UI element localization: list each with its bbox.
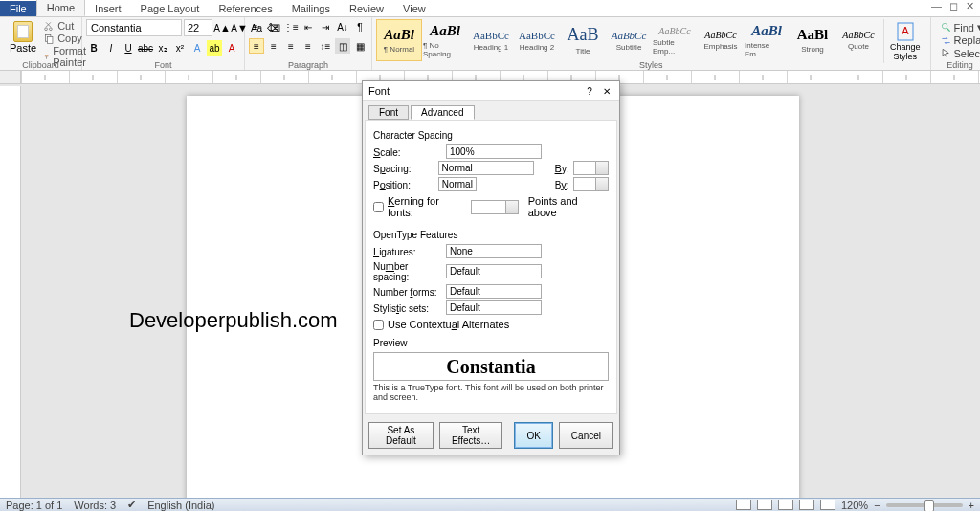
tab-view[interactable]: View xyxy=(393,1,435,16)
number-spacing-label: Number spacing: xyxy=(373,260,442,282)
zoom-slider[interactable] xyxy=(886,503,963,507)
text-effects-button[interactable]: A xyxy=(189,40,205,56)
grow-font-button[interactable]: A▲ xyxy=(214,20,230,35)
window-restore-icon[interactable]: ◻ xyxy=(947,0,960,12)
copy-icon xyxy=(44,33,55,44)
kerning-checkbox[interactable] xyxy=(373,202,384,212)
italic-button[interactable]: I xyxy=(103,40,119,56)
view-fullscreen-button[interactable] xyxy=(757,500,772,510)
subscript-button[interactable]: x₂ xyxy=(155,40,170,56)
style-subtitle[interactable]: AaBbCcSubtitle xyxy=(606,19,652,61)
set-default-button[interactable]: Set As Default xyxy=(368,422,434,449)
dialog-close-button[interactable]: ✕ xyxy=(600,84,613,98)
show-marks-button[interactable]: ¶ xyxy=(352,19,368,34)
status-page[interactable]: Page: 1 of 1 xyxy=(6,500,62,511)
text-effects-dialog-button[interactable]: Text Effects… xyxy=(439,422,503,449)
window-minimize-icon[interactable]: — xyxy=(929,0,944,12)
tab-mailings[interactable]: Mailings xyxy=(282,1,340,16)
style-heading1[interactable]: AaBbCcHeading 1 xyxy=(468,19,514,61)
style-strong[interactable]: AaBlStrong xyxy=(790,19,835,61)
underline-button[interactable]: U xyxy=(121,40,136,56)
strikethrough-button[interactable]: abc xyxy=(138,40,153,56)
view-draft-button[interactable] xyxy=(820,500,835,510)
align-center-button[interactable]: ≡ xyxy=(266,38,281,54)
svg-rect-5 xyxy=(46,56,47,59)
align-justify-button[interactable]: ≡ xyxy=(301,38,316,54)
increase-indent-button[interactable]: ⇥ xyxy=(318,19,333,34)
style-emphasis[interactable]: AaBbCcEmphasis xyxy=(698,19,744,61)
bullets-button[interactable]: ≡· xyxy=(249,19,264,34)
ok-button[interactable]: OK xyxy=(514,422,552,449)
paste-button[interactable]: Paste xyxy=(4,19,42,56)
align-left-button[interactable]: ≡ xyxy=(249,38,264,54)
zoom-out-button[interactable]: − xyxy=(874,500,880,511)
view-outline-button[interactable] xyxy=(799,500,814,510)
tab-references[interactable]: References xyxy=(209,1,281,16)
number-forms-combo[interactable] xyxy=(446,284,542,299)
highlight-button[interactable]: ab xyxy=(207,40,222,56)
tab-review[interactable]: Review xyxy=(340,1,393,16)
cancel-button[interactable]: Cancel xyxy=(559,422,613,449)
tab-page-layout[interactable]: Page Layout xyxy=(131,1,210,16)
bold-button[interactable]: B xyxy=(86,40,101,56)
style-heading2[interactable]: AaBbCcHeading 2 xyxy=(514,19,560,61)
align-right-button[interactable]: ≡ xyxy=(283,38,299,54)
number-forms-label: Number forms: xyxy=(373,286,442,298)
stylistic-sets-combo[interactable] xyxy=(446,300,542,315)
dialog-help-button[interactable]: ? xyxy=(583,84,596,98)
tab-insert[interactable]: Insert xyxy=(85,1,131,16)
view-web-button[interactable] xyxy=(778,500,793,510)
group-editing: Find ▾ Replace Select ▾ Editing xyxy=(931,17,980,70)
style-quote[interactable]: AaBbCcQuote xyxy=(835,19,881,61)
position-by-label: By: xyxy=(555,179,569,190)
dialog-tab-advanced[interactable]: Advanced xyxy=(411,105,474,120)
replace-button[interactable]: Replace xyxy=(941,34,980,46)
sort-button[interactable]: A↓ xyxy=(335,19,350,34)
style-normal[interactable]: AaBl¶ Normal xyxy=(376,19,422,61)
spacing-by-spinner[interactable] xyxy=(573,161,609,175)
window-close-icon[interactable]: ✕ xyxy=(964,0,976,12)
dialog-titlebar[interactable]: Font ? ✕ xyxy=(363,81,619,101)
ligatures-combo[interactable] xyxy=(446,244,542,258)
numbering-button[interactable]: 1≡ xyxy=(266,19,281,34)
dialog-tab-font[interactable]: Font xyxy=(368,105,409,120)
decrease-indent-button[interactable]: ⇤ xyxy=(301,19,316,34)
shading-button[interactable]: ◫ xyxy=(335,38,350,54)
style-subtle-emphasis[interactable]: AaBbCcSubtle Emp... xyxy=(652,19,698,61)
scale-combo[interactable] xyxy=(446,144,542,159)
status-spellcheck-icon[interactable]: ✔ xyxy=(127,499,136,511)
vertical-ruler[interactable] xyxy=(0,86,21,501)
superscript-button[interactable]: x² xyxy=(172,40,188,56)
font-name-combo[interactable] xyxy=(86,19,182,36)
number-spacing-combo[interactable] xyxy=(446,264,542,278)
style-title[interactable]: AaBTitle xyxy=(560,19,606,61)
borders-button[interactable]: ▦ xyxy=(352,38,368,54)
line-spacing-button[interactable]: ↕≡ xyxy=(318,38,333,54)
position-combo[interactable] xyxy=(438,177,477,191)
change-styles-button[interactable]: A Change Styles xyxy=(883,19,926,63)
section-preview: Preview xyxy=(373,338,609,348)
zoom-in-button[interactable]: + xyxy=(969,500,974,511)
status-language[interactable]: English (India) xyxy=(147,500,214,511)
style-no-spacing[interactable]: AaBl¶ No Spacing xyxy=(422,19,468,61)
find-button[interactable]: Find ▾ xyxy=(941,21,980,33)
zoom-level[interactable]: 120% xyxy=(841,500,868,511)
contextual-checkbox[interactable] xyxy=(373,320,384,330)
contextual-label: Use Contextual Alternates xyxy=(388,319,509,330)
font-size-combo[interactable] xyxy=(184,19,212,36)
font-color-button[interactable]: A xyxy=(224,40,239,56)
cut-icon xyxy=(44,21,55,32)
status-words[interactable]: Words: 3 xyxy=(74,500,116,511)
tab-home[interactable]: Home xyxy=(36,0,85,16)
kerning-spinner[interactable] xyxy=(471,200,519,214)
svg-rect-4 xyxy=(45,55,48,56)
position-label: Position: xyxy=(373,179,434,190)
position-by-spinner[interactable] xyxy=(573,177,609,191)
spacing-combo[interactable] xyxy=(438,161,534,175)
style-gallery[interactable]: AaBl¶ Normal AaBl¶ No Spacing AaBbCcHead… xyxy=(376,19,881,61)
style-intense-emphasis[interactable]: AaBlIntense Em... xyxy=(744,19,790,61)
multilevel-button[interactable]: ⋮≡ xyxy=(283,19,299,34)
select-button[interactable]: Select ▾ xyxy=(941,47,980,59)
view-print-layout-button[interactable] xyxy=(736,500,751,510)
tab-file[interactable]: File xyxy=(0,1,36,16)
